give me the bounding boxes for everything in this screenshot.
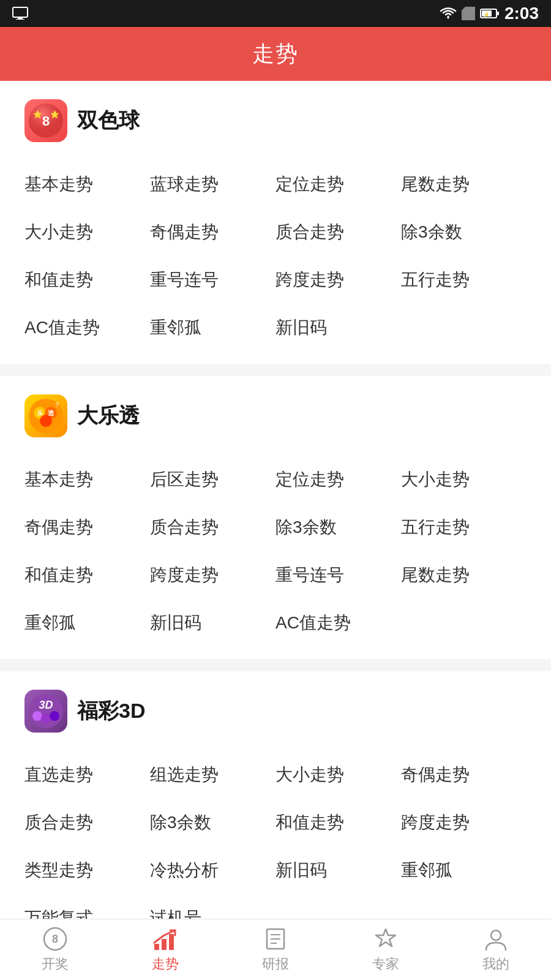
menu-item[interactable]: 重号连号 — [276, 564, 401, 587]
menu-item[interactable]: 重邻孤 — [401, 859, 527, 882]
menu-item[interactable]: 重号连号 — [150, 268, 276, 292]
svg-point-34 — [491, 930, 501, 940]
tab-icon-yanbao — [263, 927, 288, 951]
menu-item[interactable]: 奇偶走势 — [24, 516, 150, 539]
menu-item[interactable]: 大小走势 — [276, 763, 401, 786]
menu-item[interactable]: 蓝球走势 — [150, 173, 276, 196]
section-header-shuangseqiu: 8 ⭐ ⭐ 双色球 — [24, 99, 527, 154]
section-title-daletou: 大乐透 — [77, 402, 140, 430]
menu-item[interactable]: 奇偶走势 — [401, 763, 527, 786]
menu-item[interactable]: 跨度走势 — [401, 811, 527, 834]
menu-item[interactable]: 大小走势 — [401, 468, 527, 491]
icon-shuangseqiu: 8 ⭐ ⭐ — [24, 99, 67, 142]
menu-grid-shuangseqiu: 基本走势 蓝球走势 定位走势 尾数走势 大小走势 奇偶走势 质合走势 除3余数 … — [24, 173, 527, 339]
section-header-fucai3d: 3D 福彩3D — [24, 690, 527, 745]
menu-item[interactable]: 和值走势 — [276, 811, 401, 834]
svg-text:8: 8 — [42, 113, 50, 129]
svg-text:⭐: ⭐ — [50, 110, 59, 119]
menu-item[interactable]: 质合走势 — [150, 516, 276, 539]
menu-grid-fucai3d: 直选走势 组选走势 大小走势 奇偶走势 质合走势 除3余数 和值走势 跨度走势 … — [24, 763, 527, 930]
tab-kaijang[interactable]: 8 开奖 — [42, 927, 69, 973]
menu-item[interactable]: 冷热分析 — [150, 859, 276, 882]
svg-text:乐: 乐 — [37, 410, 43, 417]
svg-point-23 — [41, 714, 51, 723]
menu-item[interactable]: 除3余数 — [401, 221, 527, 244]
wifi-icon — [440, 7, 457, 20]
svg-point-24 — [50, 711, 59, 721]
tab-zoushi[interactable]: 走势 — [152, 927, 179, 973]
menu-item[interactable]: 定位走势 — [276, 173, 401, 196]
svg-rect-29 — [169, 934, 174, 950]
tab-wode[interactable]: 我的 — [482, 927, 509, 973]
menu-item[interactable]: AC值走势 — [276, 611, 401, 635]
time-display: 2:03 — [504, 4, 539, 23]
tab-label-yanbao: 研报 — [262, 955, 289, 973]
svg-text:⭐: ⭐ — [33, 110, 42, 119]
menu-item[interactable]: 尾数走势 — [401, 173, 527, 196]
content: 8 ⭐ ⭐ 双色球 基本走势 蓝球走势 定位走势 尾数走势 大小走势 — [0, 81, 551, 980]
svg-rect-5 — [497, 12, 499, 15]
section-title-shuangseqiu: 双色球 — [77, 107, 140, 135]
menu-item[interactable]: 跨度走势 — [276, 268, 401, 292]
page-title: 走势 — [252, 39, 299, 69]
menu-item[interactable]: 五行走势 — [401, 268, 527, 292]
icon-daletou: 乐 透 ? — [24, 394, 67, 437]
menu-item[interactable]: 基本走势 — [24, 468, 150, 491]
tab-bar: 8 开奖 走势 研报 专家 我的 — [0, 919, 551, 980]
menu-item[interactable]: AC值走势 — [24, 316, 150, 339]
menu-item[interactable]: 直选走势 — [24, 763, 150, 786]
menu-item[interactable]: 除3余数 — [276, 516, 401, 539]
menu-item[interactable]: 新旧码 — [276, 859, 401, 882]
svg-rect-0 — [13, 7, 28, 17]
menu-item[interactable]: 质合走势 — [276, 221, 401, 244]
status-bar-right: ⚡ 2:03 — [440, 4, 539, 23]
tab-label-wode: 我的 — [482, 955, 509, 973]
menu-item[interactable]: 定位走势 — [276, 468, 401, 491]
svg-text:透: 透 — [48, 410, 54, 417]
tab-icon-kaijang: 8 — [43, 927, 67, 951]
section-shuangseqiu: 8 ⭐ ⭐ 双色球 基本走势 蓝球走势 定位走势 尾数走势 大小走势 — [0, 81, 551, 364]
tab-icon-zhuanjia — [373, 927, 398, 951]
menu-item[interactable]: 除3余数 — [150, 811, 276, 834]
menu-item[interactable]: 新旧码 — [150, 611, 276, 635]
menu-item[interactable]: 类型走势 — [24, 859, 150, 882]
menu-item[interactable]: 尾数走势 — [401, 564, 527, 587]
menu-item[interactable]: 大小走势 — [24, 221, 150, 244]
tab-label-zoushi: 走势 — [152, 955, 179, 973]
svg-marker-3 — [462, 7, 475, 20]
tab-label-zhuanjia: 专家 — [372, 955, 399, 973]
svg-text:3D: 3D — [39, 699, 53, 711]
status-bar-left — [12, 7, 29, 20]
svg-text:?: ? — [55, 402, 59, 409]
svg-rect-28 — [162, 939, 167, 950]
menu-item[interactable]: 质合走势 — [24, 811, 150, 834]
nav-bar: 走势 — [0, 27, 551, 81]
menu-item[interactable]: 重邻孤 — [24, 611, 150, 635]
menu-item[interactable]: 跨度走势 — [150, 564, 276, 587]
menu-item[interactable]: 奇偶走势 — [150, 221, 276, 244]
svg-text:⚡: ⚡ — [483, 11, 490, 18]
menu-item[interactable]: 新旧码 — [276, 316, 401, 339]
menu-item[interactable]: 五行走势 — [401, 516, 527, 539]
menu-item[interactable]: 重邻孤 — [150, 316, 276, 339]
svg-rect-1 — [18, 17, 23, 19]
tab-zhuanjia[interactable]: 专家 — [372, 927, 399, 973]
menu-item[interactable]: 和值走势 — [24, 268, 150, 292]
svg-point-22 — [32, 711, 42, 721]
tab-yanbao[interactable]: 研报 — [262, 927, 289, 973]
status-bar: ⚡ 2:03 — [0, 0, 551, 27]
menu-item[interactable]: 后区走势 — [150, 468, 276, 491]
menu-item[interactable]: 基本走势 — [24, 173, 150, 196]
menu-item[interactable]: 和值走势 — [24, 564, 150, 587]
svg-point-16 — [40, 415, 52, 427]
menu-grid-daletou: 基本走势 后区走势 定位走势 大小走势 奇偶走势 质合走势 除3余数 五行走势 … — [24, 468, 527, 635]
tab-icon-wode — [484, 927, 508, 951]
tab-icon-zoushi — [153, 927, 178, 951]
sim-icon — [462, 7, 475, 20]
svg-rect-27 — [154, 944, 159, 950]
screen-icon — [12, 7, 29, 20]
menu-item[interactable]: 组选走势 — [150, 763, 276, 786]
section-fucai3d: 3D 福彩3D 直选走势 组选走势 大小走势 奇偶走势 质合走势 除3余数 和值… — [0, 671, 551, 954]
section-title-fucai3d: 福彩3D — [77, 697, 145, 725]
battery-icon: ⚡ — [480, 8, 500, 19]
